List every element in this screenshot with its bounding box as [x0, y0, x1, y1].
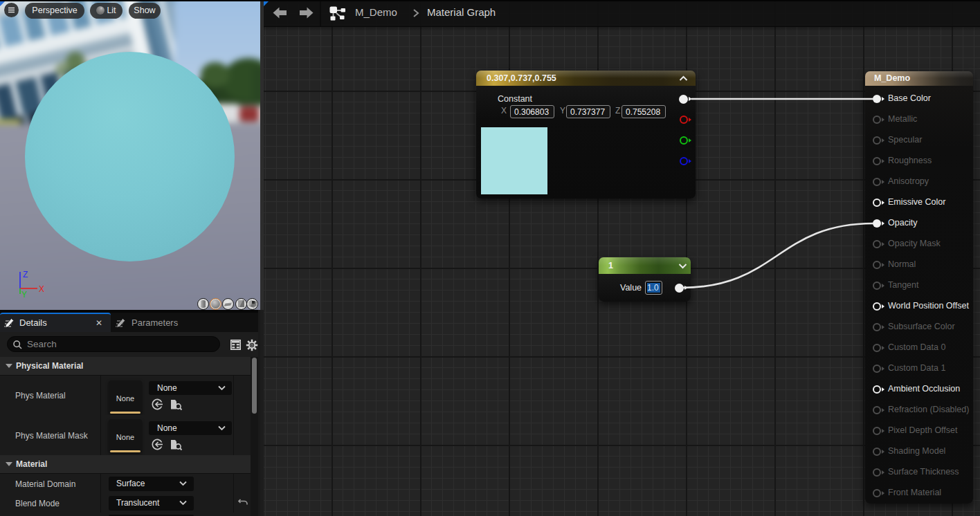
svg-text:Y: Y	[21, 290, 27, 300]
svg-text:Z: Z	[23, 270, 28, 279]
svg-text:X: X	[39, 284, 44, 294]
